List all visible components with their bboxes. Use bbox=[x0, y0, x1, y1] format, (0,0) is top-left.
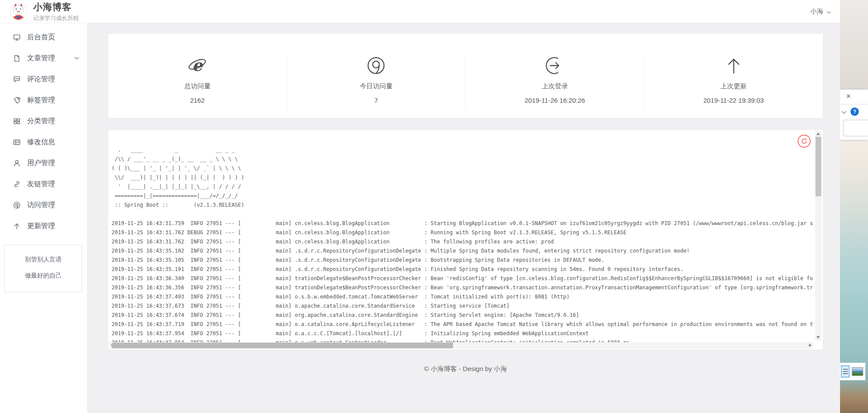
help-icon[interactable]: ? bbox=[851, 108, 859, 116]
sidebar-item-comments[interactable]: 评论管理 bbox=[0, 69, 87, 90]
vertical-scrollbar-thumb[interactable] bbox=[816, 137, 821, 196]
refresh-icon bbox=[800, 137, 808, 145]
sidebar-item-dashboard[interactable]: 后台首页 bbox=[0, 27, 87, 48]
chevron-down-icon bbox=[74, 57, 79, 60]
sidebar-item-visits[interactable]: 访问管理 bbox=[0, 194, 87, 215]
taskbar-chip bbox=[840, 363, 865, 380]
sidebar-item-updates[interactable]: 更新管理 bbox=[0, 215, 87, 236]
sidebar-item-profile[interactable]: 修改信息 bbox=[0, 132, 87, 153]
motto-box: 别管别人言语 做最好的自己 bbox=[4, 245, 82, 292]
user-icon bbox=[13, 160, 21, 167]
stat-label: 上次登录 bbox=[542, 82, 568, 90]
category-icon bbox=[13, 118, 21, 125]
sidebar-item-users[interactable]: 用户管理 bbox=[0, 153, 87, 174]
stat-label: 总访问量 bbox=[184, 82, 210, 90]
scroll-up-arrow-icon[interactable] bbox=[816, 132, 820, 135]
sidebar-item-label: 后台首页 bbox=[27, 33, 55, 42]
stat-value: 2162 bbox=[190, 97, 205, 104]
close-icon[interactable]: × bbox=[846, 92, 851, 100]
stat-today-visits: 今日访问量 7 bbox=[287, 34, 466, 118]
svg-text:e: e bbox=[192, 56, 203, 75]
sidebar-item-tags[interactable]: 标签管理 bbox=[0, 90, 87, 111]
stat-last-update: 上次更新 2019-11-22 19:39:03 bbox=[644, 34, 823, 118]
sidebar-item-label: 修改信息 bbox=[27, 138, 55, 147]
log-output: . ____ _ __ _ _ /\\ / ___'_ __ _ _(_)_ _… bbox=[112, 146, 813, 350]
dashboard-icon bbox=[13, 34, 21, 41]
site-subtitle: 记录学习成长历程 bbox=[33, 14, 79, 22]
stat-value: 2019-11-22 19:39:03 bbox=[704, 97, 764, 104]
sidebar-item-label: 分类管理 bbox=[27, 117, 55, 126]
stat-total-visits: e 总访问量 2162 bbox=[108, 34, 287, 118]
page-footer: © 小海博客 - Design by 小海 bbox=[108, 358, 823, 380]
admin-app: 小海博客 记录学习成长历程 小海 后台首页 bbox=[0, 0, 840, 413]
sidebar: 后台首页 文章管理 bbox=[0, 23, 87, 413]
top-bar: 小海博客 记录学习成长历程 小海 bbox=[0, 0, 840, 23]
scroll-down-arrow-icon[interactable] bbox=[816, 336, 820, 339]
photo-thumbnail-icon[interactable] bbox=[852, 367, 863, 376]
update-icon bbox=[13, 222, 21, 230]
comment-icon bbox=[13, 76, 21, 83]
stats-card: e 总访问量 2162 bbox=[108, 33, 823, 118]
motto-line-2: 做最好的自己 bbox=[7, 272, 80, 280]
tag-icon bbox=[13, 97, 21, 104]
stat-value: 2019-11-26 16:20:26 bbox=[525, 97, 585, 104]
article-icon bbox=[13, 55, 21, 62]
stat-value: 7 bbox=[374, 97, 378, 104]
brand: 小海博客 记录学习成长历程 bbox=[33, 1, 79, 22]
sidebar-item-label: 用户管理 bbox=[27, 159, 55, 168]
chevron-down-icon[interactable] bbox=[841, 108, 847, 116]
sidebar-item-label: 文章管理 bbox=[27, 54, 55, 63]
overlay-popup-panel: × ? bbox=[840, 90, 868, 140]
sidebar-item-label: 评论管理 bbox=[27, 75, 55, 84]
chrome-browser-icon bbox=[366, 56, 386, 76]
sidebar-item-label: 访问管理 bbox=[27, 201, 55, 210]
overlay-input-box[interactable] bbox=[844, 120, 868, 136]
overlay-divider bbox=[840, 104, 868, 104]
stat-last-login: 上次登录 2019-11-26 16:20:26 bbox=[466, 34, 645, 118]
last-update-icon bbox=[724, 56, 744, 76]
sidebar-item-articles[interactable]: 文章管理 bbox=[0, 48, 87, 69]
sidebar-item-label: 更新管理 bbox=[27, 222, 55, 231]
user-dropdown[interactable]: 小海 bbox=[810, 7, 832, 16]
sidebar-item-label: 标签管理 bbox=[27, 96, 55, 105]
overlay-controls: ? bbox=[841, 108, 859, 116]
ie-browser-icon: e bbox=[187, 56, 207, 76]
chevron-down-icon bbox=[826, 8, 831, 15]
stat-label: 上次更新 bbox=[721, 82, 747, 90]
copyright-text: © 小海博客 - Design by 小海 bbox=[424, 365, 507, 373]
sidebar-item-friend-links[interactable]: 友链管理 bbox=[0, 174, 87, 194]
sidebar-item-categories[interactable]: 分类管理 bbox=[0, 111, 87, 132]
main-content: e 总访问量 2162 bbox=[87, 23, 840, 413]
list-view-icon[interactable] bbox=[841, 365, 850, 378]
sidebar-item-label: 友链管理 bbox=[27, 180, 55, 189]
log-console: . ____ _ __ _ _ /\\ / ___'_ __ _ _(_)_ _… bbox=[108, 129, 823, 350]
screen: 小海博客 记录学习成长历程 小海 后台首页 bbox=[0, 0, 868, 413]
vertical-scrollbar[interactable] bbox=[815, 131, 822, 340]
user-name: 小海 bbox=[810, 7, 823, 16]
profile-edit-icon bbox=[13, 139, 21, 146]
layout: 后台首页 文章管理 bbox=[0, 23, 840, 413]
sidebar-nav: 后台首页 文章管理 bbox=[0, 27, 87, 236]
site-title: 小海博客 bbox=[33, 1, 79, 13]
site-logo-cat-avatar bbox=[10, 3, 27, 20]
motto-line-1: 别管别人言语 bbox=[7, 256, 80, 264]
desktop-top-strip bbox=[840, 0, 868, 90]
horizontal-scrollbar-thumb[interactable] bbox=[112, 343, 453, 348]
stat-label: 今日访问量 bbox=[360, 82, 393, 90]
last-login-icon bbox=[545, 56, 565, 76]
visits-icon bbox=[13, 201, 21, 209]
friend-links-icon bbox=[13, 180, 21, 188]
desktop-background: × ? bbox=[840, 0, 868, 413]
refresh-log-button[interactable] bbox=[798, 135, 811, 148]
horizontal-scrollbar[interactable] bbox=[109, 342, 813, 349]
scroll-right-arrow-icon[interactable] bbox=[809, 344, 812, 347]
